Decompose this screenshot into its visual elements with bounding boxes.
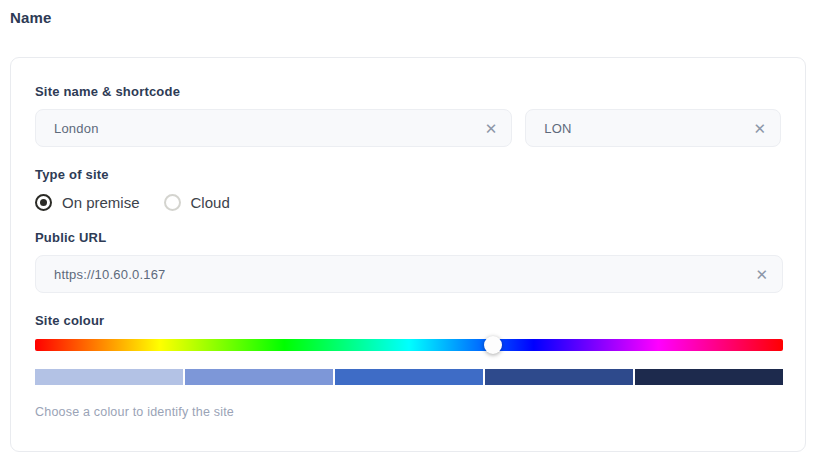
radio-label: On premise [62,194,140,211]
radio-option-on-premise[interactable]: On premise [35,194,140,211]
shade-swatch[interactable] [185,369,333,385]
site-colour-label: Site colour [35,313,781,328]
shade-swatch[interactable] [485,369,633,385]
radio-icon[interactable] [164,194,181,211]
site-name-field[interactable]: ✕ [35,109,512,147]
site-colour-hint: Choose a colour to identify the site [35,405,781,419]
type-of-site-radio-group: On premise Cloud [35,194,781,211]
page-title: Name [10,9,52,26]
clear-icon[interactable]: ✕ [745,121,766,136]
shade-swatch[interactable] [335,369,483,385]
public-url-label: Public URL [35,230,781,245]
radio-option-cloud[interactable]: Cloud [164,194,230,211]
site-name-shortcode-row: ✕ ✕ [35,109,781,147]
radio-label: Cloud [191,194,230,211]
shade-swatch[interactable] [35,369,183,385]
site-name-shortcode-label: Site name & shortcode [35,84,781,99]
type-of-site-label: Type of site [35,167,781,182]
shade-swatch[interactable] [635,369,783,385]
clear-icon[interactable]: ✕ [477,121,498,136]
hue-slider-thumb[interactable] [484,336,502,354]
shortcode-input[interactable] [544,121,745,136]
site-name-input[interactable] [54,121,477,136]
public-url-input[interactable] [54,267,747,282]
site-form-card: Site name & shortcode ✕ ✕ Type of site O… [10,57,806,452]
radio-icon[interactable] [35,194,52,211]
hue-slider[interactable] [35,339,783,351]
clear-icon[interactable]: ✕ [747,267,768,282]
public-url-field[interactable]: ✕ [35,255,783,293]
shade-swatch-row [35,369,783,385]
shortcode-field[interactable]: ✕ [525,109,781,147]
